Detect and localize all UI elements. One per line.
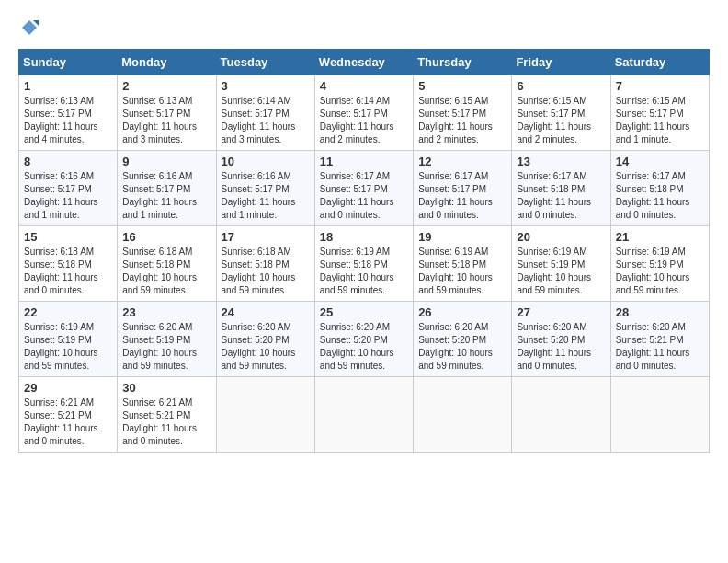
day-number: 8 <box>24 155 112 168</box>
day-number: 11 <box>320 155 408 168</box>
svg-marker-0 <box>22 20 37 35</box>
calendar-cell: 19 Sunrise: 6:19 AM Sunset: 5:18 PM Dayl… <box>414 225 512 301</box>
day-number: 25 <box>320 305 408 319</box>
calendar-cell: 2 Sunrise: 6:13 AM Sunset: 5:17 PM Dayli… <box>118 75 216 150</box>
calendar-table: SundayMondayTuesdayWednesdayThursdayFrid… <box>18 49 710 453</box>
day-info: Sunrise: 6:21 AM Sunset: 5:21 PM Dayligh… <box>122 396 210 448</box>
calendar-cell: 13 Sunrise: 6:17 AM Sunset: 5:18 PM Dayl… <box>512 150 610 225</box>
calendar-cell: 12 Sunrise: 6:17 AM Sunset: 5:17 PM Dayl… <box>414 150 512 225</box>
day-number: 5 <box>418 79 506 93</box>
day-info: Sunrise: 6:14 AM Sunset: 5:17 PM Dayligh… <box>222 95 310 146</box>
day-number: 19 <box>418 230 506 244</box>
weekday-header-thursday: Thursday <box>414 49 512 75</box>
calendar-cell: 24 Sunrise: 6:20 AM Sunset: 5:20 PM Dayl… <box>216 301 314 376</box>
weekday-header-monday: Monday <box>118 49 216 75</box>
calendar-week-row: 15 Sunrise: 6:18 AM Sunset: 5:18 PM Dayl… <box>19 225 710 301</box>
calendar-cell: 3 Sunrise: 6:14 AM Sunset: 5:17 PM Dayli… <box>216 75 314 150</box>
weekday-header-friday: Friday <box>512 49 610 75</box>
day-info: Sunrise: 6:18 AM Sunset: 5:18 PM Dayligh… <box>122 246 210 297</box>
calendar-cell: 16 Sunrise: 6:18 AM Sunset: 5:18 PM Dayl… <box>118 225 216 301</box>
calendar-cell: 20 Sunrise: 6:19 AM Sunset: 5:19 PM Dayl… <box>512 225 610 301</box>
calendar-week-row: 22 Sunrise: 6:19 AM Sunset: 5:19 PM Dayl… <box>19 301 710 376</box>
calendar-cell: 15 Sunrise: 6:18 AM Sunset: 5:18 PM Dayl… <box>19 225 118 301</box>
calendar-cell: 18 Sunrise: 6:19 AM Sunset: 5:18 PM Dayl… <box>314 225 413 301</box>
day-number: 23 <box>122 305 210 319</box>
calendar-cell <box>314 376 413 452</box>
calendar-cell <box>512 376 610 452</box>
day-info: Sunrise: 6:21 AM Sunset: 5:21 PM Dayligh… <box>24 396 112 448</box>
day-info: Sunrise: 6:19 AM Sunset: 5:19 PM Dayligh… <box>616 246 704 297</box>
day-info: Sunrise: 6:15 AM Sunset: 5:17 PM Dayligh… <box>616 95 704 146</box>
day-info: Sunrise: 6:17 AM Sunset: 5:18 PM Dayligh… <box>517 170 605 222</box>
day-info: Sunrise: 6:16 AM Sunset: 5:17 PM Dayligh… <box>24 170 112 222</box>
page-header <box>18 18 710 41</box>
weekday-header-row: SundayMondayTuesdayWednesdayThursdayFrid… <box>19 49 710 75</box>
day-number: 14 <box>616 155 704 168</box>
logo-icon <box>20 18 39 37</box>
calendar-cell: 30 Sunrise: 6:21 AM Sunset: 5:21 PM Dayl… <box>118 376 216 452</box>
day-number: 6 <box>517 79 605 93</box>
day-number: 29 <box>24 381 112 395</box>
day-info: Sunrise: 6:20 AM Sunset: 5:19 PM Dayligh… <box>122 321 210 373</box>
day-number: 15 <box>24 230 112 244</box>
day-number: 4 <box>320 79 408 93</box>
day-info: Sunrise: 6:17 AM Sunset: 5:17 PM Dayligh… <box>418 170 506 222</box>
calendar-cell: 23 Sunrise: 6:20 AM Sunset: 5:19 PM Dayl… <box>118 301 216 376</box>
calendar-cell: 26 Sunrise: 6:20 AM Sunset: 5:20 PM Dayl… <box>414 301 512 376</box>
calendar-cell: 5 Sunrise: 6:15 AM Sunset: 5:17 PM Dayli… <box>414 75 512 150</box>
day-number: 26 <box>418 305 506 319</box>
day-info: Sunrise: 6:15 AM Sunset: 5:17 PM Dayligh… <box>418 95 506 146</box>
calendar-cell <box>414 376 512 452</box>
day-number: 12 <box>418 155 506 168</box>
day-info: Sunrise: 6:20 AM Sunset: 5:20 PM Dayligh… <box>320 321 408 373</box>
day-number: 16 <box>122 230 210 244</box>
calendar-cell: 10 Sunrise: 6:16 AM Sunset: 5:17 PM Dayl… <box>216 150 314 225</box>
day-number: 18 <box>320 230 408 244</box>
day-number: 22 <box>24 305 112 319</box>
calendar-week-row: 1 Sunrise: 6:13 AM Sunset: 5:17 PM Dayli… <box>19 75 710 150</box>
calendar-cell: 11 Sunrise: 6:17 AM Sunset: 5:17 PM Dayl… <box>314 150 413 225</box>
day-number: 17 <box>222 230 310 244</box>
calendar-cell: 25 Sunrise: 6:20 AM Sunset: 5:20 PM Dayl… <box>314 301 413 376</box>
calendar-week-row: 8 Sunrise: 6:16 AM Sunset: 5:17 PM Dayli… <box>19 150 710 225</box>
day-number: 13 <box>517 155 605 168</box>
day-number: 30 <box>122 381 210 395</box>
calendar-cell <box>216 376 314 452</box>
calendar-cell: 9 Sunrise: 6:16 AM Sunset: 5:17 PM Dayli… <box>118 150 216 225</box>
day-number: 24 <box>222 305 310 319</box>
day-number: 7 <box>616 79 704 93</box>
weekday-header-sunday: Sunday <box>19 49 118 75</box>
day-info: Sunrise: 6:18 AM Sunset: 5:18 PM Dayligh… <box>24 246 112 297</box>
day-info: Sunrise: 6:19 AM Sunset: 5:19 PM Dayligh… <box>517 246 605 297</box>
day-info: Sunrise: 6:20 AM Sunset: 5:21 PM Dayligh… <box>616 321 704 373</box>
weekday-header-saturday: Saturday <box>610 49 709 75</box>
logo <box>18 18 39 41</box>
calendar-cell <box>610 376 709 452</box>
weekday-header-wednesday: Wednesday <box>314 49 413 75</box>
calendar-cell: 27 Sunrise: 6:20 AM Sunset: 5:20 PM Dayl… <box>512 301 610 376</box>
day-info: Sunrise: 6:19 AM Sunset: 5:19 PM Dayligh… <box>24 321 112 373</box>
calendar-week-row: 29 Sunrise: 6:21 AM Sunset: 5:21 PM Dayl… <box>19 376 710 452</box>
day-info: Sunrise: 6:18 AM Sunset: 5:18 PM Dayligh… <box>222 246 310 297</box>
day-info: Sunrise: 6:19 AM Sunset: 5:18 PM Dayligh… <box>418 246 506 297</box>
day-number: 20 <box>517 230 605 244</box>
weekday-header-tuesday: Tuesday <box>216 49 314 75</box>
calendar-cell: 29 Sunrise: 6:21 AM Sunset: 5:21 PM Dayl… <box>19 376 118 452</box>
day-info: Sunrise: 6:19 AM Sunset: 5:18 PM Dayligh… <box>320 246 408 297</box>
day-number: 10 <box>222 155 310 168</box>
day-info: Sunrise: 6:13 AM Sunset: 5:17 PM Dayligh… <box>24 95 112 146</box>
day-number: 27 <box>517 305 605 319</box>
day-info: Sunrise: 6:17 AM Sunset: 5:18 PM Dayligh… <box>616 170 704 222</box>
day-info: Sunrise: 6:13 AM Sunset: 5:17 PM Dayligh… <box>122 95 210 146</box>
calendar-cell: 14 Sunrise: 6:17 AM Sunset: 5:18 PM Dayl… <box>610 150 709 225</box>
calendar-cell: 7 Sunrise: 6:15 AM Sunset: 5:17 PM Dayli… <box>610 75 709 150</box>
calendar-cell: 8 Sunrise: 6:16 AM Sunset: 5:17 PM Dayli… <box>19 150 118 225</box>
day-number: 3 <box>222 79 310 93</box>
day-info: Sunrise: 6:14 AM Sunset: 5:17 PM Dayligh… <box>320 95 408 146</box>
calendar-cell: 6 Sunrise: 6:15 AM Sunset: 5:17 PM Dayli… <box>512 75 610 150</box>
day-number: 21 <box>616 230 704 244</box>
calendar-cell: 4 Sunrise: 6:14 AM Sunset: 5:17 PM Dayli… <box>314 75 413 150</box>
calendar-cell: 17 Sunrise: 6:18 AM Sunset: 5:18 PM Dayl… <box>216 225 314 301</box>
calendar-cell: 1 Sunrise: 6:13 AM Sunset: 5:17 PM Dayli… <box>19 75 118 150</box>
calendar-cell: 28 Sunrise: 6:20 AM Sunset: 5:21 PM Dayl… <box>610 301 709 376</box>
